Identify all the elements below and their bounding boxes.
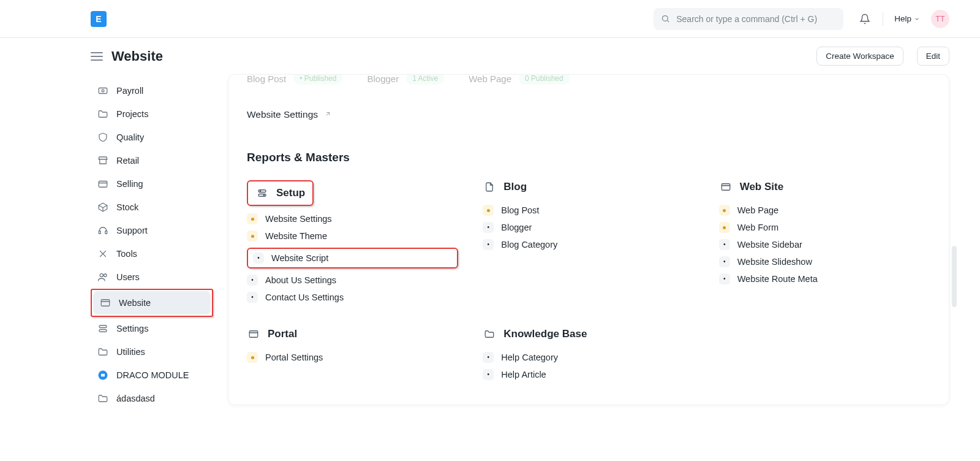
svg-point-18 xyxy=(260,191,261,192)
group-list: Portal Settings xyxy=(247,352,458,363)
browser-icon xyxy=(247,327,260,341)
group-blog: BlogBlog PostBloggerBlog Category xyxy=(483,180,694,303)
svg-rect-13 xyxy=(99,330,107,332)
sidebar-item-label: DRACO MODULE xyxy=(116,370,189,380)
browser-icon xyxy=(99,297,111,309)
group-web-site: Web SiteWeb PageWeb FormWebsite SidebarW… xyxy=(719,180,930,303)
status-indicator xyxy=(247,213,258,224)
sidebar-item-label: Stock xyxy=(116,202,138,212)
sidebar-item-label: Quality xyxy=(116,132,144,142)
tools-icon xyxy=(97,248,109,260)
sidebar-item-label: ádasdasd xyxy=(116,394,155,403)
group-title: Portal xyxy=(247,327,458,341)
doc-icon xyxy=(483,180,496,194)
group-list: Blog PostBloggerBlog Category xyxy=(483,205,694,250)
list-item[interactable]: Help Category xyxy=(483,352,694,363)
sidebar-item-tools[interactable]: Tools xyxy=(91,242,213,265)
group-list: Website SettingsWebsite ThemeWebsite Scr… xyxy=(247,213,458,303)
sidebar-item-label: Tools xyxy=(116,249,137,259)
folder-icon xyxy=(97,392,109,405)
sidebar-item-label: Payroll xyxy=(116,86,143,96)
status-indicator xyxy=(247,275,258,286)
payroll-icon xyxy=(97,85,109,97)
list-item[interactable]: Website Route Meta xyxy=(719,273,930,284)
global-search[interactable]: Search or type a command (Ctrl + G) xyxy=(654,8,843,30)
list-item[interactable]: Help Article xyxy=(483,369,694,380)
shortcut-item[interactable]: Blog Post• Published xyxy=(247,74,342,85)
sidebar-item-selling[interactable]: Selling xyxy=(91,172,213,196)
create-workspace-button[interactable]: Create Workspace xyxy=(816,47,903,66)
sidebar-item-ádasdasd[interactable]: ádasdasd xyxy=(91,387,213,410)
workspace-card: Blog Post• PublishedBlogger1 ActiveWeb P… xyxy=(228,74,949,405)
app-logo[interactable]: E xyxy=(91,11,107,27)
group-portal: PortalPortal Settings xyxy=(247,327,458,380)
user-avatar[interactable]: TT xyxy=(931,10,949,28)
sidebar-item-settings[interactable]: Settings xyxy=(91,317,213,340)
sidebar-toggle-icon[interactable] xyxy=(91,50,103,63)
status-indicator xyxy=(483,369,494,380)
status-indicator xyxy=(483,352,494,363)
chevron-down-icon xyxy=(914,16,920,22)
browser-icon xyxy=(719,180,733,194)
group-title: Setup xyxy=(247,180,314,206)
headset-icon xyxy=(97,224,109,237)
list-item[interactable]: Portal Settings xyxy=(247,352,458,363)
sidebar-item-quality[interactable]: Quality xyxy=(91,126,213,149)
list-item[interactable]: Website Sidebar xyxy=(719,239,930,250)
list-item-label: Website Script xyxy=(271,253,328,263)
group-knowledge-base: Knowledge BaseHelp CategoryHelp Article xyxy=(483,327,694,380)
sidebar-item-users[interactable]: Users xyxy=(91,265,213,289)
status-indicator xyxy=(247,352,258,363)
svg-point-0 xyxy=(663,16,668,21)
sidebar-item-utilities[interactable]: Utilities xyxy=(91,340,213,364)
shortcut-website-settings[interactable]: Website Settings xyxy=(247,98,930,124)
notifications-icon[interactable] xyxy=(858,12,872,26)
status-indicator xyxy=(253,253,264,264)
list-item[interactable]: Website Slideshow xyxy=(719,256,930,267)
svg-line-1 xyxy=(668,20,669,22)
list-item-label: Web Page xyxy=(737,205,778,215)
shortcut-item[interactable]: Web Page0 Published xyxy=(469,74,570,85)
list-item-label: Website Settings xyxy=(265,214,332,224)
list-item[interactable]: About Us Settings xyxy=(247,275,458,286)
svg-point-19 xyxy=(263,195,265,196)
list-item-label: Website Sidebar xyxy=(737,240,802,250)
sidebar-item-label: Settings xyxy=(116,324,148,333)
svg-rect-6 xyxy=(99,231,100,234)
sidebar-item-draco-module[interactable]: DRACO MODULE xyxy=(91,364,213,387)
sidebar-item-stock[interactable]: Stock xyxy=(91,196,213,219)
box-icon xyxy=(97,201,109,213)
list-item-label: About Us Settings xyxy=(265,275,336,285)
group-title: Web Site xyxy=(719,180,930,194)
list-item[interactable]: Blog Post xyxy=(483,205,694,216)
sidebar-item-support[interactable]: Support xyxy=(91,219,213,242)
sidebar-item-projects[interactable]: Projects xyxy=(91,102,213,126)
shortcuts-row: Blog Post• PublishedBlogger1 ActiveWeb P… xyxy=(247,74,930,96)
list-item[interactable]: Blog Category xyxy=(483,239,694,250)
list-item[interactable]: Web Form xyxy=(719,222,930,233)
navbar: E Search or type a command (Ctrl + G) He… xyxy=(0,0,980,38)
list-item[interactable]: Web Page xyxy=(719,205,930,216)
list-item[interactable]: Contact Us Settings xyxy=(247,292,458,303)
group-title-label: Blog xyxy=(503,181,527,193)
group-setup: SetupWebsite SettingsWebsite ThemeWebsit… xyxy=(247,180,458,303)
help-menu[interactable]: Help xyxy=(894,14,920,23)
list-item-label: Web Form xyxy=(737,223,778,232)
sidebar: PayrollProjectsQualityRetailSellingStock… xyxy=(91,74,213,410)
group-list: Help CategoryHelp Article xyxy=(483,352,694,380)
list-item[interactable]: Website Script xyxy=(247,248,458,269)
nav-separator xyxy=(883,12,883,26)
sidebar-item-website[interactable]: Website xyxy=(93,291,211,314)
group-title-label: Portal xyxy=(268,328,297,340)
group-list: Web PageWeb FormWebsite SidebarWebsite S… xyxy=(719,205,930,284)
shortcut-item[interactable]: Blogger1 Active xyxy=(367,74,444,85)
list-item[interactable]: Website Theme xyxy=(247,230,458,242)
status-indicator xyxy=(483,239,494,250)
sidebar-item-payroll[interactable]: Payroll xyxy=(91,79,213,102)
scrollbar[interactable] xyxy=(952,246,957,307)
list-item[interactable]: Blogger xyxy=(483,222,694,233)
edit-button[interactable]: Edit xyxy=(917,47,949,66)
list-item[interactable]: Website Settings xyxy=(247,213,458,224)
svg-rect-15 xyxy=(101,374,105,377)
sidebar-item-retail[interactable]: Retail xyxy=(91,149,213,172)
